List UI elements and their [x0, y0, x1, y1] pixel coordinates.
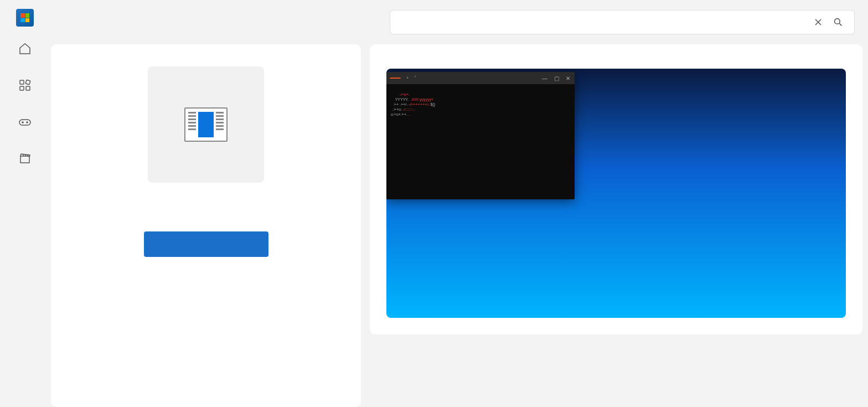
open-button[interactable]: [144, 231, 268, 257]
nav-apps[interactable]: [0, 74, 50, 100]
close-icon: [814, 18, 822, 26]
sidebar: [0, 0, 50, 407]
search-box[interactable]: [390, 10, 855, 34]
svg-point-7: [835, 19, 840, 24]
apps-icon: [18, 79, 32, 92]
store-title: [39, 17, 41, 28]
terminal-ubuntu: +˅—▢✕ ./+o+- YYYYY. ://////-yyyyyy+ .++ …: [386, 72, 575, 199]
clapperboard-icon: [18, 152, 32, 165]
svg-rect-1: [25, 80, 30, 85]
clear-search-button[interactable]: [810, 14, 826, 30]
svg-rect-4: [19, 120, 30, 125]
svg-rect-0: [20, 80, 24, 84]
svg-rect-2: [20, 86, 24, 90]
content: +˅—▢✕ ./+o+- YYYYY. ://////-yyyyyy+ .++ …: [50, 44, 868, 407]
right-column: +˅—▢✕ ./+o+- YYYYY. ://////-yyyyyy+ .++ …: [370, 44, 868, 407]
nav-home[interactable]: [0, 38, 50, 63]
nav-gaming[interactable]: [0, 111, 50, 136]
nav-movies-tv[interactable]: [0, 147, 50, 173]
store-logo-icon: [16, 9, 34, 27]
topbar: [50, 0, 868, 44]
svg-point-6: [27, 122, 28, 123]
search-button[interactable]: [830, 14, 846, 30]
search-icon: [834, 18, 843, 27]
app-icon: [148, 66, 264, 183]
home-icon: [18, 42, 32, 55]
svg-point-5: [22, 122, 23, 123]
svg-rect-3: [26, 86, 30, 90]
app-hero-card: [51, 44, 361, 407]
gamepad-icon: [18, 115, 32, 128]
main-area: +˅—▢✕ ./+o+- YYYYY. ://////-yyyyyy+ .++ …: [50, 0, 868, 407]
terminal-tab: [390, 78, 401, 79]
search-input[interactable]: [398, 17, 810, 28]
screenshot-image[interactable]: +˅—▢✕ ./+o+- YYYYY. ://////-yyyyyy+ .++ …: [386, 69, 846, 318]
screenshots-section: +˅—▢✕ ./+o+- YYYYY. ://////-yyyyyy+ .++ …: [370, 44, 862, 334]
